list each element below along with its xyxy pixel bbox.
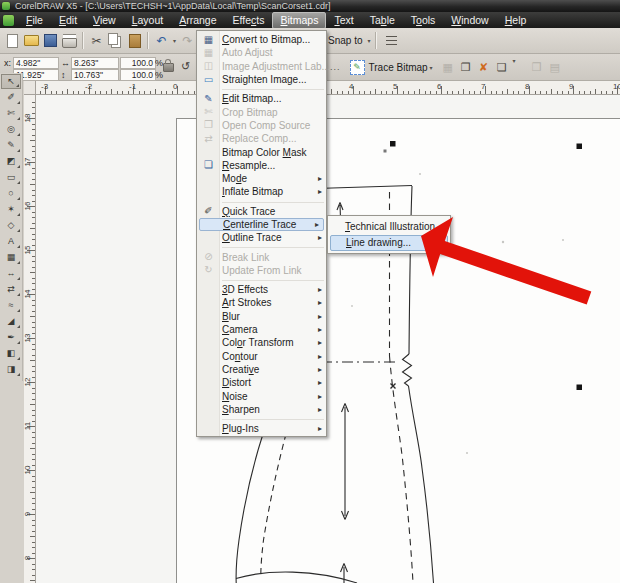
menu-item-camera[interactable]: Camera▸ bbox=[197, 323, 326, 336]
menu-item-update-from-link[interactable]: Update From Link bbox=[197, 264, 326, 277]
connector-tool[interactable]: ⇄ bbox=[1, 282, 21, 297]
menubar-item-file[interactable]: File bbox=[18, 12, 51, 29]
horizontal-ruler[interactable]: -3-2-1012345678910 bbox=[36, 81, 620, 95]
scale-h-field[interactable]: 100.0 bbox=[120, 57, 156, 69]
bitmap-unlink-button[interactable]: ▤ bbox=[546, 57, 564, 77]
basic-shapes-tool[interactable]: ◇ bbox=[1, 218, 21, 233]
fill-tool[interactable]: ◧ bbox=[1, 346, 21, 361]
snap-to-button[interactable]: Snap to bbox=[328, 35, 362, 46]
menu-item-outline-trace[interactable]: Outline Trace▸ bbox=[197, 231, 326, 244]
selection-handle[interactable] bbox=[577, 144, 583, 150]
menubar-item-help[interactable]: Help bbox=[497, 12, 535, 29]
x-position-field[interactable]: 4.982" bbox=[13, 57, 59, 69]
toolbar-options-icon[interactable] bbox=[386, 36, 397, 45]
table-tool[interactable]: ▦ bbox=[1, 250, 21, 265]
menu-item-quick-trace[interactable]: Quick Trace bbox=[197, 205, 326, 218]
replace-comp-icon bbox=[199, 134, 218, 144]
save-icon[interactable] bbox=[41, 30, 60, 51]
bitmap-frame-button-caret-icon[interactable]: ▾ bbox=[511, 57, 518, 77]
bitmap-link-button[interactable]: ❒ bbox=[528, 57, 546, 77]
selection-handle[interactable] bbox=[390, 141, 396, 147]
pick-tool[interactable]: ↖ bbox=[1, 74, 21, 89]
toolbar-separator bbox=[147, 32, 149, 49]
new-document-icon[interactable] bbox=[3, 30, 22, 51]
zoom-tool[interactable]: ◎ bbox=[1, 122, 21, 137]
menu-item-resample[interactable]: Resample... bbox=[197, 159, 326, 172]
text-tool[interactable]: A bbox=[1, 234, 21, 249]
menu-item-straighten-image[interactable]: Straighten Image... bbox=[197, 73, 326, 86]
menubar-item-window[interactable]: Window bbox=[443, 12, 496, 29]
menubar-item-bitmaps[interactable]: Bitmaps bbox=[272, 12, 326, 29]
submenu-item-technical-illustration[interactable]: Technical Illustration... bbox=[328, 218, 450, 235]
shape-tool[interactable]: ✐ bbox=[1, 90, 21, 105]
ruler-origin-box[interactable] bbox=[24, 81, 36, 95]
rotation-icon[interactable]: ↺ bbox=[181, 60, 190, 73]
paste-icon[interactable] bbox=[125, 30, 144, 51]
eyedropper-tool[interactable]: ◢ bbox=[1, 314, 21, 329]
menubar-item-arrange[interactable]: Arrange bbox=[171, 12, 224, 29]
menu-item-auto-adjust[interactable]: Auto Adjust bbox=[197, 46, 326, 59]
copy-icon[interactable] bbox=[106, 30, 125, 51]
ruler-number: 7 bbox=[481, 82, 485, 91]
menu-item-convert-to-bitmap[interactable]: Convert to Bitmap... bbox=[197, 33, 326, 46]
print-icon[interactable] bbox=[60, 30, 79, 51]
menu-item-sharpen[interactable]: Sharpen▸ bbox=[197, 403, 326, 416]
menu-item-distort[interactable]: Distort▸ bbox=[197, 376, 326, 389]
open-icon[interactable] bbox=[22, 30, 41, 51]
menubar-item-view[interactable]: View bbox=[85, 12, 124, 29]
cut-icon[interactable]: ✂ bbox=[87, 30, 106, 51]
bitmap-mode-button[interactable]: ✘ bbox=[475, 57, 493, 77]
menu-item-blur[interactable]: Blur▸ bbox=[197, 310, 326, 323]
smart-fill-tool[interactable]: ◩ bbox=[1, 154, 21, 169]
submenu-item-line-drawing[interactable]: Line drawing... bbox=[330, 235, 448, 252]
menu-item-inflate-bitmap[interactable]: Inflate Bitmap▸ bbox=[197, 185, 326, 198]
scale-v-field[interactable]: 100.0 bbox=[120, 69, 156, 81]
trace-bitmap-button[interactable]: ✎ Trace Bitmap ▾ bbox=[346, 57, 439, 77]
canvas-area[interactable] bbox=[36, 95, 620, 583]
object-width-field[interactable]: 8.263" bbox=[71, 57, 119, 69]
ellipse-tool[interactable]: ○ bbox=[1, 186, 21, 201]
menu-item-crop-bitmap[interactable]: Crop Bitmap bbox=[197, 105, 326, 118]
resample-bitmap-button[interactable]: ❐ bbox=[457, 57, 475, 77]
lock-ratio-icon[interactable] bbox=[163, 63, 174, 72]
menu-item-art-strokes[interactable]: Art Strokes▸ bbox=[197, 296, 326, 309]
menubar-item-table[interactable]: Table bbox=[362, 12, 403, 29]
menu-item-creative[interactable]: Creative▸ bbox=[197, 363, 326, 376]
bitmap-frame-button[interactable]: ❏ bbox=[493, 57, 511, 77]
menu-item-plug-ins[interactable]: Plug-Ins▸ bbox=[197, 422, 326, 435]
menu-item-contour[interactable]: Contour▸ bbox=[197, 350, 326, 363]
menubar-item-edit[interactable]: Edit bbox=[51, 12, 85, 29]
polygon-tool[interactable]: ✶ bbox=[1, 202, 21, 217]
menubar-item-tools[interactable]: Tools bbox=[403, 12, 444, 29]
menu-item-bitmap-color-mask[interactable]: Bitmap Color Mask bbox=[197, 145, 326, 158]
selection-handle[interactable] bbox=[577, 385, 583, 391]
menu-item-image-adjustment-lab[interactable]: Image Adjustment Lab... bbox=[197, 60, 326, 73]
menu-item-edit-bitmap[interactable]: Edit Bitmap... bbox=[197, 92, 326, 105]
menu-item-break-link[interactable]: Break Link bbox=[197, 250, 326, 263]
menu-item-color-transform[interactable]: Color Transform▸ bbox=[197, 336, 326, 349]
outline-pen-tool[interactable]: ✒ bbox=[1, 330, 21, 345]
undo-caret-icon[interactable]: ▾ bbox=[171, 37, 178, 44]
blend-tool[interactable]: ≈ bbox=[1, 298, 21, 313]
percent-label: % bbox=[155, 58, 163, 68]
crop-tool[interactable]: ✄ bbox=[1, 106, 21, 121]
menubar-item-text[interactable]: Text bbox=[326, 12, 361, 29]
menu-item-3d-effects[interactable]: 3D Effects▸ bbox=[197, 283, 326, 296]
rectangle-tool[interactable]: ▭ bbox=[1, 170, 21, 185]
menu-item-open-comp-source[interactable]: Open Comp Source bbox=[197, 119, 326, 132]
menubar-item-layout[interactable]: Layout bbox=[124, 12, 172, 29]
vertical-ruler[interactable]: 18171615141312111098 bbox=[24, 95, 36, 583]
redo-icon[interactable]: ↷ bbox=[178, 30, 197, 51]
object-height-field[interactable]: 10.763" bbox=[71, 69, 119, 81]
menu-item-replace-comp[interactable]: Replace Comp... bbox=[197, 132, 326, 145]
menubar-item-effects[interactable]: Effects bbox=[225, 12, 273, 29]
undo-icon[interactable]: ↶ bbox=[152, 30, 171, 51]
menu-item-mode[interactable]: Mode▸ bbox=[197, 172, 326, 185]
snap-to-caret-icon[interactable]: ▾ bbox=[365, 37, 372, 44]
edit-bitmap-button[interactable]: ▦ bbox=[439, 57, 457, 77]
freehand-tool[interactable]: ✎ bbox=[1, 138, 21, 153]
interactive-fill-tool[interactable]: ◨ bbox=[1, 362, 21, 377]
menu-item-centerline-trace[interactable]: Centerline Trace▸ bbox=[199, 218, 324, 231]
dimension-tool[interactable]: ↔ bbox=[1, 266, 21, 281]
menu-item-noise[interactable]: Noise▸ bbox=[197, 389, 326, 402]
